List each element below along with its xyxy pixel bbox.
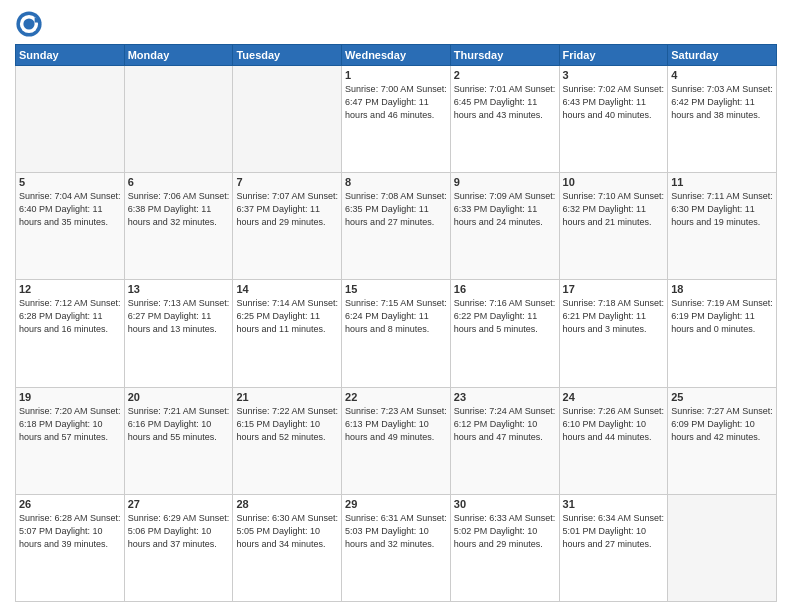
calendar-cell: [233, 66, 342, 173]
day-number: 10: [563, 176, 665, 188]
day-number: 1: [345, 69, 447, 81]
calendar-cell: 20Sunrise: 7:21 AM Sunset: 6:16 PM Dayli…: [124, 387, 233, 494]
svg-point-2: [23, 18, 34, 29]
day-info: Sunrise: 7:10 AM Sunset: 6:32 PM Dayligh…: [563, 190, 665, 229]
day-number: 8: [345, 176, 447, 188]
day-number: 2: [454, 69, 556, 81]
calendar-cell: 19Sunrise: 7:20 AM Sunset: 6:18 PM Dayli…: [16, 387, 125, 494]
day-info: Sunrise: 6:30 AM Sunset: 5:05 PM Dayligh…: [236, 512, 338, 551]
calendar-cell: 24Sunrise: 7:26 AM Sunset: 6:10 PM Dayli…: [559, 387, 668, 494]
day-number: 3: [563, 69, 665, 81]
day-info: Sunrise: 7:14 AM Sunset: 6:25 PM Dayligh…: [236, 297, 338, 336]
week-row-1: 5Sunrise: 7:04 AM Sunset: 6:40 PM Daylig…: [16, 173, 777, 280]
day-number: 16: [454, 283, 556, 295]
calendar-cell: 5Sunrise: 7:04 AM Sunset: 6:40 PM Daylig…: [16, 173, 125, 280]
day-info: Sunrise: 7:19 AM Sunset: 6:19 PM Dayligh…: [671, 297, 773, 336]
calendar-cell: 3Sunrise: 7:02 AM Sunset: 6:43 PM Daylig…: [559, 66, 668, 173]
day-info: Sunrise: 7:22 AM Sunset: 6:15 PM Dayligh…: [236, 405, 338, 444]
day-number: 31: [563, 498, 665, 510]
calendar-cell: [16, 66, 125, 173]
calendar: SundayMondayTuesdayWednesdayThursdayFrid…: [15, 44, 777, 602]
calendar-cell: 1Sunrise: 7:00 AM Sunset: 6:47 PM Daylig…: [342, 66, 451, 173]
day-info: Sunrise: 7:08 AM Sunset: 6:35 PM Dayligh…: [345, 190, 447, 229]
day-info: Sunrise: 7:16 AM Sunset: 6:22 PM Dayligh…: [454, 297, 556, 336]
day-info: Sunrise: 6:34 AM Sunset: 5:01 PM Dayligh…: [563, 512, 665, 551]
day-number: 21: [236, 391, 338, 403]
day-number: 24: [563, 391, 665, 403]
day-number: 30: [454, 498, 556, 510]
logo-icon: [15, 10, 43, 38]
day-info: Sunrise: 7:13 AM Sunset: 6:27 PM Dayligh…: [128, 297, 230, 336]
calendar-cell: 12Sunrise: 7:12 AM Sunset: 6:28 PM Dayli…: [16, 280, 125, 387]
calendar-cell: 29Sunrise: 6:31 AM Sunset: 5:03 PM Dayli…: [342, 494, 451, 601]
calendar-cell: [124, 66, 233, 173]
calendar-cell: 31Sunrise: 6:34 AM Sunset: 5:01 PM Dayli…: [559, 494, 668, 601]
day-number: 12: [19, 283, 121, 295]
calendar-cell: 10Sunrise: 7:10 AM Sunset: 6:32 PM Dayli…: [559, 173, 668, 280]
calendar-cell: 8Sunrise: 7:08 AM Sunset: 6:35 PM Daylig…: [342, 173, 451, 280]
day-info: Sunrise: 7:00 AM Sunset: 6:47 PM Dayligh…: [345, 83, 447, 122]
calendar-cell: 18Sunrise: 7:19 AM Sunset: 6:19 PM Dayli…: [668, 280, 777, 387]
day-number: 17: [563, 283, 665, 295]
calendar-cell: 2Sunrise: 7:01 AM Sunset: 6:45 PM Daylig…: [450, 66, 559, 173]
weekday-header-tuesday: Tuesday: [233, 45, 342, 66]
weekday-header-monday: Monday: [124, 45, 233, 66]
day-info: Sunrise: 7:23 AM Sunset: 6:13 PM Dayligh…: [345, 405, 447, 444]
day-info: Sunrise: 7:06 AM Sunset: 6:38 PM Dayligh…: [128, 190, 230, 229]
day-number: 20: [128, 391, 230, 403]
weekday-header-sunday: Sunday: [16, 45, 125, 66]
day-number: 19: [19, 391, 121, 403]
week-row-2: 12Sunrise: 7:12 AM Sunset: 6:28 PM Dayli…: [16, 280, 777, 387]
calendar-cell: 9Sunrise: 7:09 AM Sunset: 6:33 PM Daylig…: [450, 173, 559, 280]
calendar-cell: 7Sunrise: 7:07 AM Sunset: 6:37 PM Daylig…: [233, 173, 342, 280]
calendar-cell: 13Sunrise: 7:13 AM Sunset: 6:27 PM Dayli…: [124, 280, 233, 387]
day-number: 9: [454, 176, 556, 188]
calendar-body: 1Sunrise: 7:00 AM Sunset: 6:47 PM Daylig…: [16, 66, 777, 602]
day-number: 15: [345, 283, 447, 295]
calendar-cell: [668, 494, 777, 601]
day-info: Sunrise: 6:29 AM Sunset: 5:06 PM Dayligh…: [128, 512, 230, 551]
page: SundayMondayTuesdayWednesdayThursdayFrid…: [0, 0, 792, 612]
day-info: Sunrise: 7:03 AM Sunset: 6:42 PM Dayligh…: [671, 83, 773, 122]
day-info: Sunrise: 7:02 AM Sunset: 6:43 PM Dayligh…: [563, 83, 665, 122]
header: [15, 10, 777, 38]
day-info: Sunrise: 7:27 AM Sunset: 6:09 PM Dayligh…: [671, 405, 773, 444]
day-number: 11: [671, 176, 773, 188]
week-row-0: 1Sunrise: 7:00 AM Sunset: 6:47 PM Daylig…: [16, 66, 777, 173]
day-number: 23: [454, 391, 556, 403]
calendar-cell: 21Sunrise: 7:22 AM Sunset: 6:15 PM Dayli…: [233, 387, 342, 494]
weekday-header-saturday: Saturday: [668, 45, 777, 66]
day-info: Sunrise: 7:21 AM Sunset: 6:16 PM Dayligh…: [128, 405, 230, 444]
calendar-cell: 28Sunrise: 6:30 AM Sunset: 5:05 PM Dayli…: [233, 494, 342, 601]
calendar-cell: 17Sunrise: 7:18 AM Sunset: 6:21 PM Dayli…: [559, 280, 668, 387]
weekday-header-friday: Friday: [559, 45, 668, 66]
calendar-cell: 14Sunrise: 7:14 AM Sunset: 6:25 PM Dayli…: [233, 280, 342, 387]
day-number: 27: [128, 498, 230, 510]
day-info: Sunrise: 7:26 AM Sunset: 6:10 PM Dayligh…: [563, 405, 665, 444]
day-number: 22: [345, 391, 447, 403]
day-info: Sunrise: 6:28 AM Sunset: 5:07 PM Dayligh…: [19, 512, 121, 551]
day-number: 26: [19, 498, 121, 510]
day-number: 6: [128, 176, 230, 188]
day-number: 25: [671, 391, 773, 403]
day-info: Sunrise: 7:18 AM Sunset: 6:21 PM Dayligh…: [563, 297, 665, 336]
day-number: 7: [236, 176, 338, 188]
day-number: 5: [19, 176, 121, 188]
day-info: Sunrise: 7:11 AM Sunset: 6:30 PM Dayligh…: [671, 190, 773, 229]
day-info: Sunrise: 7:07 AM Sunset: 6:37 PM Dayligh…: [236, 190, 338, 229]
calendar-cell: 25Sunrise: 7:27 AM Sunset: 6:09 PM Dayli…: [668, 387, 777, 494]
day-number: 14: [236, 283, 338, 295]
day-number: 4: [671, 69, 773, 81]
day-info: Sunrise: 7:24 AM Sunset: 6:12 PM Dayligh…: [454, 405, 556, 444]
day-info: Sunrise: 7:20 AM Sunset: 6:18 PM Dayligh…: [19, 405, 121, 444]
calendar-cell: 30Sunrise: 6:33 AM Sunset: 5:02 PM Dayli…: [450, 494, 559, 601]
calendar-cell: 6Sunrise: 7:06 AM Sunset: 6:38 PM Daylig…: [124, 173, 233, 280]
day-number: 18: [671, 283, 773, 295]
logo: [15, 10, 47, 38]
day-info: Sunrise: 7:09 AM Sunset: 6:33 PM Dayligh…: [454, 190, 556, 229]
day-number: 28: [236, 498, 338, 510]
day-info: Sunrise: 7:04 AM Sunset: 6:40 PM Dayligh…: [19, 190, 121, 229]
weekday-header-wednesday: Wednesday: [342, 45, 451, 66]
week-row-3: 19Sunrise: 7:20 AM Sunset: 6:18 PM Dayli…: [16, 387, 777, 494]
calendar-cell: 4Sunrise: 7:03 AM Sunset: 6:42 PM Daylig…: [668, 66, 777, 173]
